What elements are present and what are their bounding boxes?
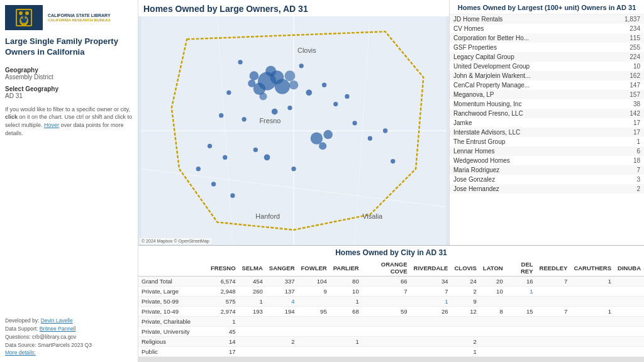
- cell-value: [298, 327, 330, 337]
- owner-name: Momentum Housing, Inc: [450, 99, 602, 109]
- cell-value: 10: [480, 287, 506, 297]
- cell-value: 2,974: [208, 307, 239, 317]
- cell-value: [506, 337, 536, 347]
- column-header: RIVERDALE: [411, 260, 452, 277]
- cell-value: [362, 347, 411, 357]
- owner-row[interactable]: Legacy Capital Group224: [450, 52, 644, 62]
- cell-value: [536, 347, 571, 357]
- map-area[interactable]: Clovis Fresno Hanford Visalia © 2024 Map…: [138, 16, 449, 245]
- owner-count: 115: [602, 33, 644, 43]
- cell-value: [411, 327, 452, 337]
- cell-value: 66: [362, 277, 411, 287]
- developer-link[interactable]: Devin Lavelle: [41, 317, 73, 324]
- cell-value: [298, 317, 330, 327]
- owner-row[interactable]: Lennar Homes6: [450, 146, 644, 156]
- column-header: REEDLEY: [536, 260, 571, 277]
- sidebar: CALIFORNIA STATE LIBRARY CALIFORNIA RESE…: [0, 0, 138, 362]
- owner-row[interactable]: Maria Rodriguez7: [450, 165, 644, 175]
- cell-value: [480, 337, 506, 347]
- owner-row[interactable]: Meganova, LP157: [450, 90, 644, 99]
- column-header: PARLIER: [330, 260, 362, 277]
- cell-value: [298, 347, 330, 357]
- data-table: FRESNOSELMASANGERFOWLERPARLIERORANGE COV…: [138, 260, 644, 357]
- data-row: Private, 10-492,974193194956859261281571: [138, 307, 644, 317]
- cell-value: [330, 327, 362, 337]
- owner-row[interactable]: Wedgewood Homes18: [450, 156, 644, 165]
- svg-text:Clovis: Clovis: [297, 47, 316, 54]
- cell-value: 194: [266, 307, 298, 317]
- owner-row[interactable]: CV Homes234: [450, 24, 644, 33]
- cell-value: [480, 317, 506, 327]
- cell-value: 14: [208, 337, 239, 347]
- column-header: SANGER: [266, 260, 298, 277]
- cell-value: [480, 347, 506, 357]
- owner-row[interactable]: John & Marjolein Warkent...162: [450, 71, 644, 80]
- cell-value: [330, 317, 362, 327]
- cell-value: [570, 327, 614, 337]
- owner-row[interactable]: Corporation for Better Ho...115: [450, 33, 644, 43]
- cell-value: 9: [451, 297, 479, 307]
- owner-row[interactable]: Jose Hernandez2: [450, 184, 644, 194]
- owner-name: Legacy Capital Group: [450, 52, 602, 62]
- data-row: Private, Large2,948260137910772101: [138, 287, 644, 297]
- owner-count: 1,837: [602, 14, 644, 24]
- cell-value: [570, 317, 614, 327]
- cell-value: [239, 317, 266, 327]
- cell-value: [362, 337, 411, 347]
- cell-value: [362, 317, 411, 327]
- svg-point-44: [291, 167, 296, 171]
- svg-point-34: [287, 106, 292, 110]
- cell-value: 17: [208, 347, 239, 357]
- data-row: Religious14212: [138, 337, 644, 347]
- owner-row[interactable]: Jamke17: [450, 118, 644, 128]
- svg-point-22: [284, 70, 295, 81]
- data-row: Private, 50-9957514119: [138, 297, 644, 307]
- owner-name: Wedgewood Homes: [450, 156, 602, 165]
- owner-count: 18: [602, 156, 644, 165]
- svg-point-28: [306, 89, 312, 96]
- cell-value: [330, 347, 362, 357]
- cell-value: 34: [411, 277, 452, 287]
- cell-value: [570, 337, 614, 347]
- owner-row[interactable]: Momentum Housing, Inc38: [450, 99, 644, 109]
- owner-row[interactable]: Jose Gonzalez3: [450, 175, 644, 184]
- cell-value: [614, 287, 644, 297]
- svg-point-45: [352, 121, 357, 125]
- owner-row[interactable]: JD Home Rentals1,837: [450, 14, 644, 24]
- svg-point-24: [259, 92, 267, 100]
- svg-point-39: [319, 142, 326, 150]
- owner-name: United Development Group: [450, 62, 602, 71]
- cell-value: 15: [506, 307, 536, 317]
- owner-name: The Entrust Group: [450, 137, 602, 146]
- cell-value: 95: [298, 307, 330, 317]
- owner-row[interactable]: United Development Group10: [450, 62, 644, 71]
- cell-value: [362, 297, 411, 307]
- cell-value: [536, 297, 571, 307]
- cell-value: 8: [480, 307, 506, 317]
- cell-value: 2: [266, 337, 298, 347]
- svg-point-37: [311, 132, 323, 144]
- svg-point-2: [19, 11, 23, 15]
- cell-value: [614, 347, 644, 357]
- cell-value: [570, 287, 614, 297]
- cell-value: [451, 327, 479, 337]
- owner-row[interactable]: Ranchwood Fresno, LLC142: [450, 109, 644, 118]
- owner-row[interactable]: GSF Properties255: [450, 43, 644, 52]
- cell-value: [506, 317, 536, 327]
- owner-row[interactable]: The Entrust Group1: [450, 137, 644, 146]
- column-header: DINUBA: [614, 260, 644, 277]
- support-link[interactable]: Britnee Pannell: [40, 326, 76, 332]
- owner-name: Corporation for Better Ho...: [450, 33, 602, 43]
- row-label: Public: [138, 347, 208, 357]
- sidebar-title: Large Single Family Property Owners in C…: [5, 36, 133, 58]
- owner-count: 2: [602, 184, 644, 194]
- cell-value: 1: [451, 347, 479, 357]
- svg-point-38: [323, 130, 333, 140]
- scrollbar[interactable]: [138, 357, 644, 362]
- owner-row[interactable]: CenCal Property Manage...147: [450, 80, 644, 90]
- owner-row[interactable]: Interstate Advisors, LLC17: [450, 128, 644, 137]
- svg-point-47: [383, 128, 387, 133]
- svg-point-21: [250, 71, 259, 80]
- more-details-link[interactable]: More details:: [5, 349, 36, 356]
- cell-value: [506, 347, 536, 357]
